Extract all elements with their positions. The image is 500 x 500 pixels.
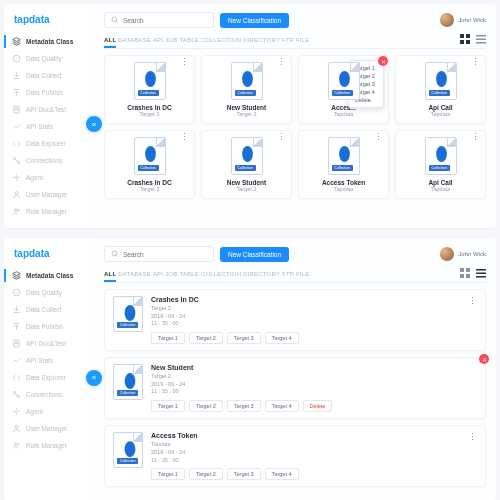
more-icon[interactable]: ⋮ — [471, 135, 480, 140]
sidebar-item-metadata-class[interactable]: Metadata Class — [4, 267, 94, 284]
close-icon[interactable]: ✕ — [479, 354, 489, 364]
sidebar-item-agent[interactable]: Agent — [4, 169, 94, 186]
more-icon[interactable]: ⋮ — [471, 60, 480, 65]
target-chip[interactable]: Target 1 — [151, 332, 185, 344]
card[interactable]: ⋮CollectionCrashes In DCTarget 2 — [104, 55, 195, 124]
sidebar-item-role-manager[interactable]: Role Manager — [4, 437, 94, 454]
card[interactable]: ⋮CollectionApi CallTapdata — [395, 130, 486, 199]
tab-job[interactable]: JOB — [165, 37, 177, 43]
search-input[interactable] — [123, 251, 203, 258]
sidebar-item-data-collect[interactable]: Data Collect — [4, 301, 94, 318]
card-title: Access Token — [305, 179, 382, 186]
target-chip[interactable]: Target 4 — [265, 400, 299, 412]
more-icon[interactable]: ⋮ — [374, 135, 383, 140]
target-chip[interactable]: Target 3 — [227, 468, 261, 480]
target-chip[interactable]: Target 2 — [189, 468, 223, 480]
target-chip[interactable]: Target 1 — [151, 468, 185, 480]
sidebar-item-data-publish[interactable]: Data Publish — [4, 84, 94, 101]
stats-icon — [12, 122, 21, 131]
card[interactable]: ⋮CollectionNew StudentTarget 2 — [201, 130, 292, 199]
sidebar-item-agent[interactable]: Agent — [4, 403, 94, 420]
row-meta: Target 22019 - 06 - 2411 : 35 : 00 — [151, 373, 477, 396]
list-row[interactable]: CollectionCrashes In DCTarget 22019 - 06… — [104, 289, 486, 351]
sidebar-item-data-explorer[interactable]: Data Explorer — [4, 369, 94, 386]
sidebar-item-data-publish[interactable]: Data Publish — [4, 318, 94, 335]
close-icon[interactable]: ✕ — [378, 56, 388, 66]
sidebar-item-user-manager[interactable]: User Manager — [4, 420, 94, 437]
tab-file[interactable]: FILE — [296, 271, 309, 277]
search-box[interactable] — [104, 12, 214, 28]
target-chip[interactable]: Target 4 — [265, 468, 299, 480]
sidebar-item-role-manager[interactable]: Role Manager — [4, 203, 94, 220]
target-chip[interactable]: Target 3 — [227, 332, 261, 344]
card[interactable]: ⋮CollectionAccess TokenTapdata — [298, 130, 389, 199]
tab-directory[interactable]: DIRECTORY — [243, 271, 280, 277]
upload-icon — [12, 322, 21, 331]
target-chip[interactable]: Target 3 — [227, 400, 261, 412]
card[interactable]: ✕Target 1Target 2Target 3Target 4DeleteC… — [298, 55, 389, 124]
list-row[interactable]: CollectionAccess TokenTapdata2019 - 06 -… — [104, 425, 486, 487]
more-icon[interactable]: ⋮ — [277, 135, 286, 140]
list-view-icon[interactable] — [476, 34, 486, 44]
new-classification-button[interactable]: New Classification — [220, 13, 289, 28]
sidebar-collapse-button[interactable]: « — [86, 116, 102, 132]
more-icon[interactable]: ⋮ — [468, 432, 477, 442]
tab-all[interactable]: ALL — [104, 37, 116, 48]
sidebar-item-api-doc-test[interactable]: API Doc&Test — [4, 335, 94, 352]
delete-chip[interactable]: Delete — [303, 400, 333, 412]
card[interactable]: ⋮CollectionApi CallTapdata — [395, 55, 486, 124]
list-view-icon[interactable] — [476, 268, 486, 278]
tab-directory[interactable]: DIRECTORY — [243, 37, 280, 43]
target-chip[interactable]: Target 2 — [189, 400, 223, 412]
more-icon[interactable]: ⋮ — [180, 135, 189, 140]
sidebar-item-metadata-class[interactable]: Metadata Class — [4, 33, 94, 50]
user-name: John Wick — [458, 251, 486, 257]
tab-job[interactable]: JOB — [165, 271, 177, 277]
more-icon[interactable]: ⋮ — [468, 296, 477, 306]
sidebar-item-api-doc-test[interactable]: API Doc&Test — [4, 101, 94, 118]
tab-collection[interactable]: COLLECTION — [201, 271, 241, 277]
user-chip[interactable]: John Wick — [440, 13, 486, 27]
search-box[interactable] — [104, 246, 214, 262]
more-icon[interactable]: ⋮ — [277, 60, 286, 65]
target-chip[interactable]: Target 4 — [265, 332, 299, 344]
tab-all[interactable]: ALL — [104, 271, 116, 282]
list-row[interactable]: CollectionNew StudentTarget 22019 - 06 -… — [104, 357, 486, 419]
grid-view-icon[interactable] — [460, 268, 470, 278]
svg-rect-39 — [476, 269, 486, 271]
sidebar-item-data-quality[interactable]: Data Quality — [4, 284, 94, 301]
sidebar-item-api-stats[interactable]: API Stats — [4, 352, 94, 369]
sidebar-item-connections[interactable]: Connections — [4, 386, 94, 403]
target-chip[interactable]: Target 1 — [151, 400, 185, 412]
sidebar-item-data-collect[interactable]: Data Collect — [4, 67, 94, 84]
sidebar-item-api-stats[interactable]: API Stats — [4, 118, 94, 135]
tab-database[interactable]: DATABASE — [118, 37, 151, 43]
tab-table[interactable]: TABLE — [179, 271, 199, 277]
tab-collection[interactable]: COLLECTION — [201, 37, 241, 43]
sidebar: tapdata Metadata ClassData QualityData C… — [4, 4, 94, 228]
target-chip[interactable]: Target 2 — [189, 332, 223, 344]
tab-ftp[interactable]: FTP — [282, 37, 294, 43]
tab-api[interactable]: API — [153, 271, 163, 277]
grid-view-icon[interactable] — [460, 34, 470, 44]
new-classification-button[interactable]: New Classification — [220, 247, 289, 262]
svg-point-22 — [13, 289, 20, 296]
sidebar-item-user-manager[interactable]: User Manager — [4, 186, 94, 203]
sidebar-collapse-button[interactable]: « — [86, 370, 102, 386]
card[interactable]: ⋮CollectionNew StudentTarget 2 — [201, 55, 292, 124]
svg-rect-40 — [476, 273, 486, 275]
tab-ftp[interactable]: FTP — [282, 271, 294, 277]
sidebar-item-label: Data Publish — [26, 89, 63, 96]
tab-api[interactable]: API — [153, 37, 163, 43]
search-input[interactable] — [123, 17, 203, 24]
tab-file[interactable]: FILE — [296, 37, 309, 43]
more-icon[interactable]: ⋮ — [180, 60, 189, 65]
tab-database[interactable]: DATABASE — [118, 271, 151, 277]
download-icon — [12, 71, 21, 80]
tab-table[interactable]: TABLE — [179, 37, 199, 43]
user-chip[interactable]: John Wick — [440, 247, 486, 261]
sidebar-item-data-quality[interactable]: Data Quality — [4, 50, 94, 67]
card[interactable]: ⋮CollectionCrashes In DCTarget 2 — [104, 130, 195, 199]
sidebar-item-data-explorer[interactable]: Data Explorer — [4, 135, 94, 152]
sidebar-item-connections[interactable]: Connections — [4, 152, 94, 169]
